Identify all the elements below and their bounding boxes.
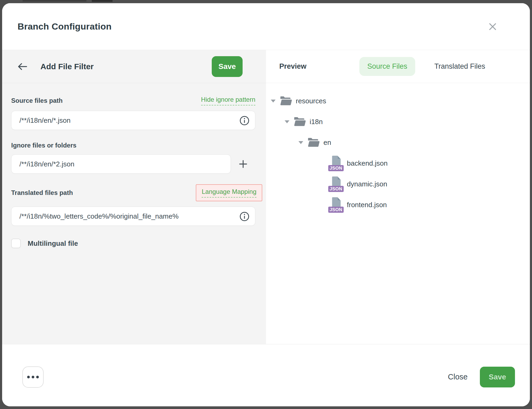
tree-row-backend-json[interactable]: JSONbackend.json: [271, 153, 530, 174]
hide-ignore-pattern-link[interactable]: Hide ignore pattern: [201, 96, 255, 105]
language-mapping-link[interactable]: Language Mapping: [202, 188, 256, 198]
tree-item-label: frontend.json: [347, 201, 387, 209]
close-dialog-button[interactable]: Close: [448, 373, 468, 381]
translated-files-path-input[interactable]: [11, 207, 255, 226]
folder-open-icon: [294, 117, 306, 127]
folder-open-icon: [307, 137, 320, 148]
ignore-pattern-input[interactable]: [11, 154, 231, 174]
json-badge: JSON: [328, 207, 344, 213]
branch-configuration-dialog: Branch Configuration Add File Filter Sav…: [2, 3, 530, 406]
info-icon[interactable]: [239, 116, 250, 126]
tree-row-frontend-json[interactable]: JSONfrontend.json: [271, 194, 530, 215]
back-arrow-icon[interactable]: [17, 62, 28, 71]
tree-item-label: resources: [296, 97, 326, 105]
background-page-fragment: [23, 0, 86, 2]
preview-tabs: Source FilesTranslated Files: [359, 57, 493, 76]
language-mapping-highlight: Language Mapping: [196, 184, 262, 201]
multilingual-file-checkbox[interactable]: [11, 239, 21, 248]
dialog-footer: Close Save: [2, 344, 530, 406]
save-configuration-button[interactable]: Save: [480, 367, 515, 387]
folder-open-icon: [280, 96, 292, 106]
source-files-path-label: Source files path: [11, 97, 63, 104]
file-filter-title: Add File Filter: [40, 62, 94, 71]
json-file-icon: JSON: [329, 155, 342, 171]
add-ignore-pattern-icon[interactable]: [231, 154, 255, 174]
more-options-icon[interactable]: [22, 366, 44, 388]
close-icon[interactable]: [485, 19, 500, 34]
translated-files-path-label: Translated files path: [11, 189, 73, 197]
dialog-title: Branch Configuration: [18, 21, 111, 32]
tree-row-dynamic-json[interactable]: JSONdynamic.json: [271, 174, 530, 194]
save-filter-button[interactable]: Save: [212, 56, 243, 77]
preview-header: Preview Source FilesTranslated Files: [266, 50, 530, 83]
tree-row-en[interactable]: en: [271, 132, 530, 153]
json-file-icon: JSON: [329, 197, 342, 213]
tree-item-label: i18n: [310, 118, 323, 126]
ignore-files-label: Ignore files or folders: [11, 142, 76, 149]
file-tree: resourcesi18nenJSONbackend.jsonJSONdynam…: [266, 83, 530, 344]
chevron-down-icon[interactable]: [298, 141, 303, 144]
file-filter-header: Add File Filter Save: [2, 50, 266, 83]
preview-title: Preview: [279, 62, 306, 71]
tree-row-i18n[interactable]: i18n: [271, 111, 530, 132]
tree-item-label: backend.json: [347, 159, 388, 167]
tree-row-resources[interactable]: resources: [271, 91, 530, 111]
tree-item-label: dynamic.json: [347, 180, 387, 188]
json-badge: JSON: [328, 165, 344, 171]
tree-item-label: en: [323, 138, 331, 147]
chevron-down-icon[interactable]: [285, 120, 289, 123]
tab-translated-files[interactable]: Translated Files: [426, 57, 493, 76]
file-filter-panel: Add File Filter Save Source files path H…: [2, 50, 266, 344]
preview-panel: Preview Source FilesTranslated Files res…: [266, 50, 530, 344]
file-filter-form: Source files path Hide ignore pattern: [2, 83, 266, 344]
info-icon[interactable]: [239, 211, 250, 222]
background-page-fragment: [92, 0, 113, 2]
json-badge: JSON: [328, 186, 344, 192]
multilingual-file-label: Multilingual file: [28, 239, 78, 248]
source-files-path-input[interactable]: [11, 111, 255, 130]
chevron-down-icon[interactable]: [271, 100, 276, 103]
tab-source-files[interactable]: Source Files: [359, 57, 415, 76]
dialog-header: Branch Configuration: [2, 3, 530, 50]
json-file-icon: JSON: [329, 176, 342, 192]
